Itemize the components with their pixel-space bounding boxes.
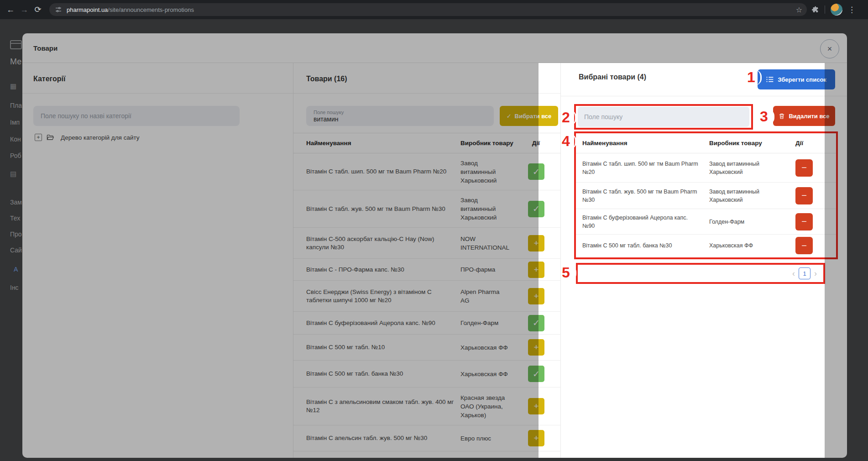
check-icon: ✓ — [507, 113, 512, 120]
table-row: Вітамін C 500 мг табл. №10 Харьковская Ф… — [293, 335, 561, 361]
annotation-box-search — [574, 104, 753, 130]
annotation-marker-1: 1 — [747, 69, 755, 85]
table-row: Вітамін C-500 аскорбат кальцію-C Нау (No… — [293, 228, 561, 259]
sidebar-item-contacts[interactable]: Кон — [10, 136, 21, 143]
toolbar-separator — [825, 5, 825, 14]
annotation-marker-4: 4 — [562, 133, 570, 149]
sidebar-logo-icon — [10, 40, 22, 49]
product-action-7[interactable]: ✓ — [528, 366, 544, 382]
sidebar-grid-icon[interactable]: ▦ — [10, 82, 16, 90]
product-action-4[interactable]: + — [528, 288, 544, 304]
bookmark-star-icon[interactable]: ☆ — [796, 5, 802, 14]
close-icon[interactable]: × — [820, 39, 839, 58]
forward-icon[interactable]: → — [17, 5, 31, 15]
products-table: Найменування Виробник товару Дії Вітамін… — [293, 133, 561, 451]
browser-toolbar: ← → ⟳ pharmapoint.ua/site/announcements-… — [0, 0, 868, 19]
product-action-2[interactable]: + — [528, 235, 544, 251]
selected-row: Вітамін C табл. жув. 500 мг тм Baum Phar… — [576, 183, 836, 209]
selected-remove-3[interactable]: − — [795, 237, 813, 254]
sidebar-item-site[interactable]: Сай — [10, 246, 22, 254]
product-action-3[interactable]: + — [528, 262, 544, 278]
selected-remove-1[interactable]: − — [795, 187, 813, 204]
profile-avatar[interactable] — [831, 4, 842, 16]
sidebar-item-menu[interactable]: Ме — [10, 57, 21, 67]
select-all-button[interactable]: ✓ Вибрати все — [500, 106, 558, 126]
products-search-value: витамин — [314, 115, 486, 123]
reload-icon[interactable]: ⟳ — [31, 5, 45, 15]
table-row: Свісс Енерджи (Swiss Energy) з вітаміном… — [293, 281, 561, 312]
annotation-box-pagination: ‹ 1 › — [576, 263, 825, 284]
product-action-6[interactable]: + — [528, 339, 544, 356]
selected-remove-0[interactable]: − — [795, 159, 813, 177]
tree-item-label: Дерево категорій для сайту — [61, 134, 140, 141]
selected-title: Вибрані товари (4) — [579, 73, 646, 81]
product-action-5[interactable]: ✓ — [528, 315, 544, 331]
back-icon[interactable]: ← — [4, 5, 17, 15]
delete-all-button[interactable]: Видалити все — [773, 106, 835, 126]
folder-open-icon — [47, 134, 54, 141]
selected-row: Вітамін C 500 мг табл. банка №30 Харьков… — [576, 235, 836, 257]
category-search-input[interactable] — [33, 106, 240, 126]
table-row: Вітамін C 500 мг табл. банка №30 Харьков… — [293, 361, 561, 388]
pagination-next-icon[interactable]: › — [814, 269, 817, 278]
url-path: /site/announcements-promotions — [108, 6, 194, 13]
product-action-1[interactable]: ✓ — [528, 201, 544, 217]
categories-title: Категорії — [33, 75, 66, 83]
sidebar-item-tech[interactable]: Тех — [10, 215, 20, 222]
table-row: Вітамін C табл. шип. 500 мг тм Baum Phar… — [293, 153, 561, 190]
table-row: Вітамін C буферізований Ацерола капс. №9… — [293, 312, 561, 335]
table-row: Вітамін C - ПРО-Фарма капс. №30 ПРО-фарм… — [293, 259, 561, 281]
overlay-dim-bottom — [0, 458, 868, 461]
product-action-8[interactable]: + — [528, 398, 544, 414]
sidebar-item-promo[interactable]: Про — [10, 230, 22, 238]
selected-row: Вітамін C табл. шип. 500 мг тм Baum Phar… — [576, 153, 836, 183]
selected-column: Вибрані товари (4) Зберегти список Видал… — [561, 63, 847, 458]
sidebar-list-icon[interactable]: ▤ — [10, 170, 16, 178]
save-list-button[interactable]: Зберегти список — [758, 69, 835, 89]
table-row: Вітамін C табл. жув. 500 мг тм Baum Phar… — [293, 190, 561, 228]
products-title: Товари (16) — [306, 75, 347, 83]
sidebar-item-actions[interactable]: А — [14, 266, 18, 273]
category-tree-item[interactable]: + Дерево категорій для сайту — [35, 134, 140, 141]
selected-remove-2[interactable]: − — [795, 213, 813, 230]
annotation-marker-3: 3 — [760, 109, 768, 124]
annotation-marker-2: 2 — [562, 110, 570, 125]
selected-search-input[interactable] — [578, 107, 749, 127]
product-action-0[interactable]: ✓ — [528, 163, 544, 180]
tree-expand-icon[interactable]: + — [35, 134, 42, 141]
categories-column: Категорії + Дерево категорій для сайту — [22, 63, 293, 458]
product-action-9[interactable]: + — [528, 430, 544, 446]
annotation-marker-5: 5 — [562, 265, 570, 280]
pagination-prev-icon[interactable]: ‹ — [792, 269, 795, 278]
selected-row: Вітамін C буферізований Ацерола капс. №9… — [576, 209, 836, 235]
trash-icon — [779, 113, 785, 120]
list-icon — [766, 76, 774, 83]
products-modal: Товари × Категорії + Дерево категорій дл… — [22, 33, 847, 458]
sidebar-item-work[interactable]: Роб — [10, 152, 21, 159]
extensions-icon[interactable] — [811, 6, 819, 14]
annotation-box-table: Найменування Виробник товару Дії Вітамін… — [574, 131, 838, 259]
sidebar-item-import[interactable]: Імп — [10, 119, 20, 126]
products-column: Товари (16) Поле пошуку витамин ✓ Вибрат… — [293, 63, 561, 458]
products-search-input[interactable]: Поле пошуку витамин — [306, 106, 494, 126]
products-search-label: Поле пошуку — [314, 110, 486, 115]
table-row: Вітамін C з апельсиновим смаком табл. жу… — [293, 388, 561, 425]
modal-title: Товари — [33, 44, 58, 52]
page-background: Ме ▦ Пла Імп Кон Роб ▤ Зам Тех Про Сай А… — [0, 19, 868, 461]
sidebar-item-instructions[interactable]: Інс — [10, 284, 19, 291]
selected-table-header: Найменування Виробник товару Дії — [576, 133, 836, 153]
url-domain: pharmapoint.ua — [67, 6, 108, 13]
modal-header: Товари × — [22, 33, 847, 63]
pagination-page-1[interactable]: 1 — [799, 267, 810, 279]
products-table-header: Найменування Виробник товару Дії — [293, 133, 561, 153]
sidebar-item-orders[interactable]: Зам — [10, 199, 22, 206]
sidebar-item-plans[interactable]: Пла — [10, 102, 22, 109]
table-row: Вітамін C апельсин табл. жув. 500 мг №30… — [293, 425, 561, 451]
site-settings-icon[interactable] — [55, 6, 62, 13]
browser-menu-icon[interactable]: ⋮ — [848, 5, 856, 15]
url-bar[interactable]: pharmapoint.ua/site/announcements-promot… — [49, 3, 807, 16]
